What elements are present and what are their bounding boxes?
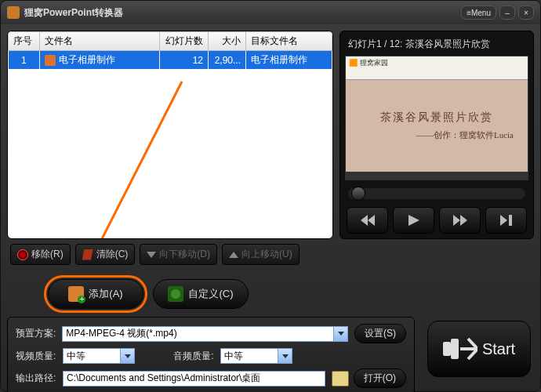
remove-icon — [17, 249, 28, 260]
browse-button[interactable] — [332, 371, 349, 387]
slide-counter-label: 幻灯片1 / 12: 茶溪谷风景照片欣赏 — [345, 36, 528, 56]
slide-subtitle: ——创作：狸窝软件Lucia — [416, 129, 514, 141]
file-table: 序号 文件名 幻灯片数 大小 目标文件名 1 电子相册制作 12 2,90...… — [7, 31, 333, 239]
chevron-down-icon — [120, 349, 134, 363]
start-label: Start — [482, 340, 515, 358]
add-icon — [68, 286, 84, 302]
customize-button[interactable]: 自定义(C) — [153, 279, 249, 309]
close-button[interactable]: × — [518, 5, 534, 20]
move-up-button[interactable]: 向上移动(U) — [222, 244, 300, 265]
preset-label: 预置方案: — [16, 327, 56, 340]
start-button[interactable]: Start — [427, 321, 531, 377]
minimize-button[interactable]: – — [499, 5, 515, 20]
slide-header: 🟧 狸窝家园 — [346, 56, 528, 80]
svg-line-0 — [86, 82, 182, 239]
app-logo-icon — [7, 6, 20, 19]
playback-controls — [345, 202, 528, 234]
output-path-input[interactable]: C:\Documents and Settings\Administrator\… — [63, 371, 325, 387]
chevron-down-icon — [333, 327, 347, 341]
table-row[interactable]: 1 电子相册制作 12 2,90... 电子相册制作 — [9, 51, 332, 70]
menu-button[interactable]: ≡Menu — [461, 5, 496, 20]
slide-title: 茶溪谷风景照片欣赏 — [380, 111, 493, 125]
add-button[interactable]: 添加(A) — [48, 279, 143, 309]
slide-preview: 🟧 狸窝家园 茶溪谷风景照片欣赏 ——创作：狸窝软件Lucia — [345, 56, 528, 180]
audio-quality-combo[interactable]: 中等 — [220, 348, 292, 364]
clear-button[interactable]: 清除(C) — [75, 244, 136, 265]
cell-num: 1 — [9, 51, 40, 70]
app-title: 狸窝PowerPoint转换器 — [24, 6, 123, 20]
annotation-arrow-icon — [72, 75, 198, 239]
col-name[interactable]: 文件名 — [40, 32, 160, 51]
main-actions: 添加(A) 自定义(C) — [1, 271, 540, 314]
start-arrow-icon — [443, 336, 477, 362]
remove-button[interactable]: 移除(R) — [10, 244, 71, 265]
seek-slider[interactable] — [348, 188, 525, 199]
move-down-button[interactable]: 向下移动(D) — [140, 244, 217, 265]
play-button[interactable] — [393, 207, 434, 234]
settings-button[interactable]: 设置(S) — [354, 324, 406, 343]
col-size[interactable]: 大小 — [209, 32, 246, 51]
arrow-down-icon — [147, 252, 156, 258]
prev-button[interactable] — [347, 207, 388, 234]
open-button[interactable]: 打开(O) — [354, 368, 406, 388]
next-button[interactable] — [439, 207, 481, 234]
col-num[interactable]: 序号 — [9, 32, 40, 51]
arrow-up-icon — [229, 252, 238, 258]
cell-slides: 12 — [160, 51, 209, 70]
file-panel: 序号 文件名 幻灯片数 大小 目标文件名 1 电子相册制作 12 2,90...… — [7, 31, 333, 265]
clear-icon — [82, 249, 93, 260]
seek-thumb[interactable] — [351, 187, 365, 201]
audio-quality-label: 音频质量: — [173, 350, 214, 363]
app-window: 狸窝PowerPoint转换器 ≡Menu – × 序号 文件名 幻灯片数 大小… — [0, 0, 541, 392]
end-button[interactable] — [485, 207, 527, 234]
video-quality-combo[interactable]: 中等 — [63, 348, 135, 364]
col-slides[interactable]: 幻灯片数 — [160, 32, 209, 51]
preset-combo[interactable]: MP4-MPEG-4 视频(*.mp4) — [62, 326, 348, 342]
video-quality-label: 视频质量: — [16, 350, 56, 363]
cell-name: 电子相册制作 — [40, 51, 160, 70]
preview-panel: 幻灯片1 / 12: 茶溪谷风景照片欣赏 🟧 狸窝家园 茶溪谷风景照片欣赏 ——… — [339, 31, 534, 265]
output-path-label: 输出路径: — [16, 372, 56, 385]
chevron-down-icon — [278, 349, 292, 363]
ppt-icon — [45, 55, 56, 66]
col-target[interactable]: 目标文件名 — [246, 32, 332, 51]
cell-size: 2,90... — [209, 51, 246, 70]
output-settings: 预置方案: MP4-MPEG-4 视频(*.mp4) 设置(S) 视频质量: 中… — [7, 317, 415, 392]
list-toolbar: 移除(R) 清除(C) 向下移动(D) 向上移动(U) — [7, 239, 333, 265]
titlebar: 狸窝PowerPoint转换器 ≡Menu – × — [1, 1, 540, 24]
customize-icon — [168, 286, 183, 302]
cell-target: 电子相册制作 — [246, 51, 332, 70]
